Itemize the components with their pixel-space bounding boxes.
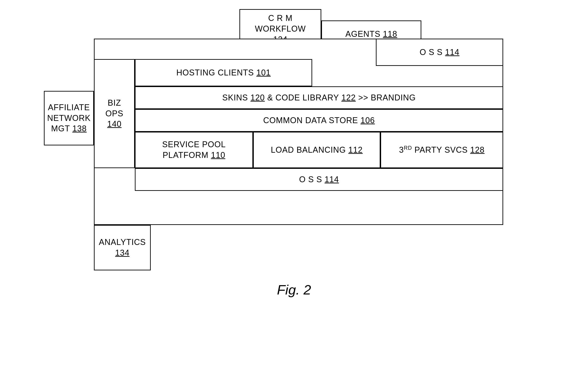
analytics-box: ANALYTICS134 (94, 225, 151, 270)
skins-label: SKINS 120 & CODE LIBRARY 122 >> BRANDING (222, 92, 416, 103)
datastore-number: 106 (360, 116, 375, 125)
hosting-label: HOSTING CLIENTS 101 (176, 67, 271, 78)
affiliate-label: AFFILIATENETWORKMGT 138 (47, 102, 91, 134)
affiliate-number: 138 (72, 124, 87, 133)
bizops-box: BIZOPS140 (94, 59, 135, 168)
loadbalancing-label: LOAD BALANCING 112 (271, 145, 363, 155)
analytics-label: ANALYTICS134 (99, 237, 146, 258)
figure-caption: Fig. 2 (277, 282, 311, 298)
thirdparty-number: 128 (470, 145, 484, 155)
oss-bottom-number: 114 (324, 175, 339, 184)
servicepool-label: SERVICE POOLPLATFORM 110 (162, 139, 226, 161)
bizops-label: BIZOPS140 (105, 98, 123, 129)
servicepool-number: 110 (211, 150, 225, 160)
hosting-number: 101 (256, 68, 271, 77)
bizops-number: 140 (107, 119, 121, 129)
load-balancing-box: LOAD BALANCING 112 (253, 132, 380, 168)
architecture-diagram: C R MWORKFLOW124 AGENTS 118 O S S 114 BI… (44, 9, 544, 304)
hosting-clients-box: HOSTING CLIENTS 101 (135, 59, 312, 86)
oss-top-box: O S S 114 (376, 39, 503, 66)
oss-bottom-label: O S S 114 (299, 174, 339, 185)
oss-top-label: O S S 114 (420, 47, 459, 58)
analytics-number: 134 (115, 248, 129, 257)
common-data-store-box: COMMON DATA STORE 106 (135, 109, 503, 132)
third-party-svcs-box: 3RD PARTY SVCS 128 (380, 132, 503, 168)
service-pool-platform-box: SERVICE POOLPLATFORM 110 (135, 132, 253, 168)
agents-label: AGENTS 118 (345, 29, 397, 40)
datastore-label: COMMON DATA STORE 106 (263, 115, 375, 126)
oss-top-number: 114 (445, 47, 459, 57)
agents-number: 118 (383, 29, 397, 39)
code-library-number: 122 (341, 93, 356, 102)
skins-number: 120 (251, 93, 265, 102)
affiliate-network-box: AFFILIATENETWORKMGT 138 (44, 91, 94, 145)
loadbalancing-number: 112 (348, 145, 363, 155)
oss-bottom-box: O S S 114 (135, 168, 503, 191)
skins-box: SKINS 120 & CODE LIBRARY 122 >> BRANDING (135, 86, 503, 109)
thirdparty-label: 3RD PARTY SVCS 128 (399, 144, 484, 155)
